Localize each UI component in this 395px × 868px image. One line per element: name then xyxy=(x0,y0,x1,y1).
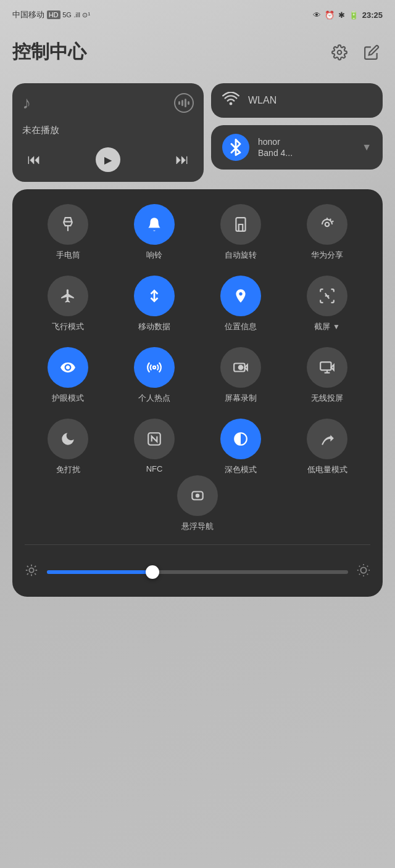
alarm-icon: ⏰ xyxy=(325,10,335,20)
control-label-rotation: 自动旋转 xyxy=(225,250,257,261)
control-share[interactable]: 华为分享 xyxy=(284,204,370,261)
control-label-screen_record: 屏幕录制 xyxy=(225,393,257,404)
control-nfc[interactable]: NFC xyxy=(111,419,198,475)
control-icon-hotspot xyxy=(134,347,175,388)
edit-button[interactable] xyxy=(360,41,383,63)
control-label-flashlight: 手电筒 xyxy=(56,250,80,261)
music-status: 未在播放 xyxy=(22,125,194,136)
music-note-icon: ♪ xyxy=(22,93,31,113)
time-display: 23:25 xyxy=(362,10,383,20)
controls-panel: 手电筒 响铃 自动旋转 华为分享 飞行模式 移动数据 位置信息 xyxy=(12,189,383,597)
brightness-thumb[interactable] xyxy=(146,565,159,579)
last-item-row: 悬浮导航 xyxy=(25,475,370,532)
control-icon-flashlight xyxy=(48,204,88,245)
control-dark_mode[interactable]: 深色模式 xyxy=(198,419,284,475)
bluetooth-status-icon: ✱ xyxy=(338,10,345,20)
battery-icon: 🔋 xyxy=(349,10,359,20)
control-power_save[interactable]: 低电量模式 xyxy=(284,419,370,475)
control-icon-dark_mode xyxy=(220,419,261,459)
control-label-nfc: NFC xyxy=(146,464,163,473)
control-label-dark_mode: 深色模式 xyxy=(225,464,257,475)
play-button[interactable]: ▶ xyxy=(96,147,120,172)
control-rotation[interactable]: 自动旋转 xyxy=(198,204,284,261)
controls-grid: 手电筒 响铃 自动旋转 华为分享 飞行模式 移动数据 位置信息 xyxy=(25,204,370,475)
wlan-widget[interactable]: WLAN xyxy=(211,83,383,118)
svg-line-33 xyxy=(359,566,360,567)
music-wave-icon[interactable] xyxy=(174,93,194,113)
control-label-airplane: 飞行模式 xyxy=(52,321,84,332)
control-hotspot[interactable]: 个人热点 xyxy=(111,347,198,404)
control-ringtone[interactable]: 响铃 xyxy=(111,204,198,261)
brightness-control xyxy=(25,557,370,584)
next-button[interactable]: ⏭ xyxy=(175,152,189,168)
wifi-icon xyxy=(222,92,239,109)
control-icon-mobile_data xyxy=(134,276,175,316)
svg-rect-3 xyxy=(185,99,186,107)
bluetooth-device-info: honorBand 4... xyxy=(258,136,353,158)
control-float_nav[interactable]: 悬浮导航 xyxy=(177,475,218,532)
control-wireless[interactable]: 无线投屏 xyxy=(284,347,370,404)
header: 控制中心 xyxy=(12,33,383,71)
prev-button[interactable]: ⏮ xyxy=(27,152,41,168)
control-screenshot[interactable]: 截屏 ▼ xyxy=(284,276,370,332)
status-icons-group: 👁 ⏰ ✱ 🔋 23:25 xyxy=(313,10,383,20)
svg-line-24 xyxy=(27,566,28,567)
bluetooth-icon xyxy=(222,134,249,161)
control-label-screenshot: 截屏 xyxy=(314,321,330,332)
control-icon-screen_record xyxy=(220,347,261,388)
control-center: 控制中心 ♪ xyxy=(0,27,395,609)
control-label-float_nav: 悬浮导航 xyxy=(181,521,214,532)
svg-point-9 xyxy=(325,223,330,227)
control-eye_care[interactable]: 护眼模式 xyxy=(25,347,111,404)
control-label-power_save: 低电量模式 xyxy=(307,464,347,475)
control-icon-eye_care xyxy=(48,347,88,388)
control-icon-share xyxy=(307,204,347,245)
widgets-row: ♪ 未在播放 ⏮ ▶ ⏭ xyxy=(12,83,383,182)
svg-line-36 xyxy=(359,574,360,575)
eye-icon: 👁 xyxy=(313,10,321,20)
control-icon-dnd xyxy=(48,419,88,459)
control-label-ringtone: 响铃 xyxy=(146,250,162,261)
right-widgets: WLAN honorBand 4... ▼ xyxy=(211,83,383,182)
svg-point-13 xyxy=(239,366,243,370)
control-icon-wireless xyxy=(307,347,347,388)
bluetooth-widget[interactable]: honorBand 4... ▼ xyxy=(211,125,383,170)
carrier-info: 中国移动 HD 5G .ill ⊙¹ xyxy=(12,9,90,20)
brightness-high-icon xyxy=(357,563,370,581)
music-controls: ⏮ ▶ ⏭ xyxy=(22,147,194,172)
control-screen_record[interactable]: 屏幕录制 xyxy=(198,347,284,404)
music-top: ♪ xyxy=(22,93,194,113)
svg-rect-4 xyxy=(188,101,189,105)
control-label-dnd: 免打扰 xyxy=(56,464,80,475)
brightness-fill xyxy=(47,570,152,574)
bluetooth-chevron-icon: ▼ xyxy=(362,142,372,153)
control-icon-airplane xyxy=(48,276,88,316)
control-airplane[interactable]: 飞行模式 xyxy=(25,276,111,332)
control-flashlight[interactable]: 手电筒 xyxy=(25,204,111,261)
control-location[interactable]: 位置信息 xyxy=(198,276,284,332)
control-label-mobile_data: 移动数据 xyxy=(138,321,170,332)
control-dnd[interactable]: 免打扰 xyxy=(25,419,111,475)
control-label-hotspot: 个人热点 xyxy=(138,393,170,404)
svg-line-26 xyxy=(35,566,36,567)
svg-point-19 xyxy=(29,568,33,572)
divider xyxy=(25,544,370,545)
svg-rect-1 xyxy=(178,101,180,105)
control-mobile_data[interactable]: 移动数据 xyxy=(111,276,198,332)
page-title: 控制中心 xyxy=(12,39,86,65)
settings-button[interactable] xyxy=(328,41,351,63)
svg-point-12 xyxy=(153,366,156,369)
svg-line-35 xyxy=(367,566,368,567)
svg-rect-2 xyxy=(181,100,183,106)
control-label-location: 位置信息 xyxy=(225,321,257,332)
brightness-track[interactable] xyxy=(47,570,348,574)
control-label-eye_care: 护眼模式 xyxy=(52,393,84,404)
brightness-low-icon xyxy=(25,563,38,581)
control-icon-power_save xyxy=(307,419,347,459)
music-widget[interactable]: ♪ 未在播放 ⏮ ▶ ⏭ xyxy=(12,83,204,182)
control-icon-screenshot xyxy=(307,276,347,316)
control-icon-rotation xyxy=(220,204,261,245)
bluetooth-device-name: honorBand 4... xyxy=(258,136,353,158)
control-label-wireless: 无线投屏 xyxy=(311,393,343,404)
svg-line-25 xyxy=(35,573,36,575)
